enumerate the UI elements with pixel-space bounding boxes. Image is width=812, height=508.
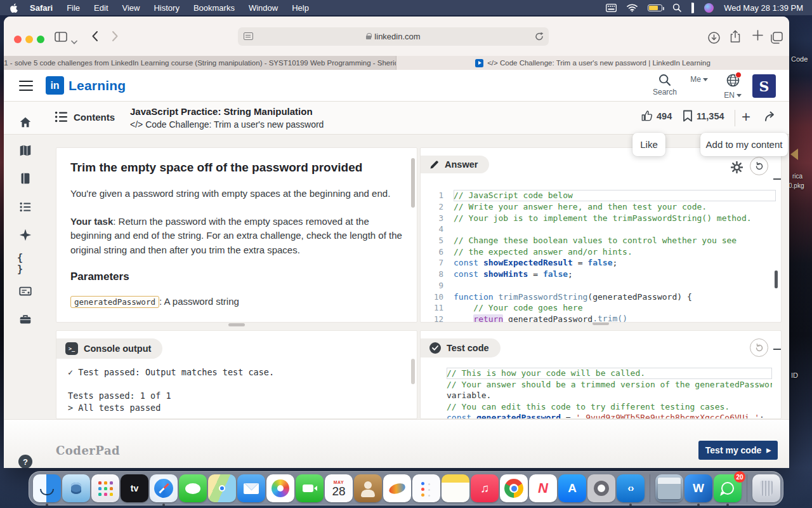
sidebar-briefcase-icon[interactable] (17, 311, 34, 328)
menu-item-view[interactable]: View (122, 3, 140, 13)
calendar-dock-icon[interactable]: MAY28 (325, 474, 353, 502)
news-dock-icon[interactable]: N (529, 474, 557, 502)
minimize-panel-icon[interactable] (773, 178, 781, 180)
code-line[interactable]: 8const showHints = false; (421, 269, 781, 280)
code-line[interactable]: 11 // Your code goes here (421, 302, 781, 314)
vscode-dock-icon[interactable]: ‹› (617, 474, 645, 502)
keyboard-icon[interactable] (606, 4, 617, 12)
launchpad-dock-icon[interactable] (91, 474, 119, 502)
code-line[interactable]: // This is how your code will be called. (447, 368, 777, 379)
code-line[interactable]: const generatedPassword = ' 9vud9z9WTb5R… (447, 412, 777, 419)
word-dock-icon[interactable]: W (684, 474, 712, 502)
sidebar-home-icon[interactable] (17, 114, 34, 131)
safari-dock-icon[interactable] (150, 474, 178, 502)
reload-icon[interactable] (535, 32, 544, 43)
whatsapp-dock-icon[interactable]: 20 (714, 474, 742, 502)
contacts-dock-icon[interactable] (354, 474, 382, 502)
sidebar-help-icon[interactable]: ? (17, 453, 34, 468)
test-code-editor[interactable]: // This is how your code will be called.… (447, 368, 777, 419)
like-button[interactable]: 494 (641, 110, 672, 122)
tab-linkedin-learning[interactable]: </> Code Challenge: Trim a user's new pa… (396, 56, 789, 70)
code-line[interactable]: 10function trimPasswordString(generatedP… (421, 291, 781, 302)
trash-dock-icon[interactable] (752, 474, 780, 502)
mail-dock-icon[interactable] (237, 474, 265, 502)
test-my-code-button[interactable]: Test my code▶ (698, 441, 778, 460)
spotlight-icon[interactable] (672, 3, 681, 12)
back-button[interactable] (91, 30, 98, 44)
new-tab-icon[interactable] (752, 30, 763, 43)
notes-dock-icon[interactable] (442, 474, 469, 502)
panel-resize-handle[interactable] (228, 323, 245, 326)
menu-item-history[interactable]: History (154, 3, 179, 13)
answer-code-editor[interactable]: 1// JavaScript code below2// Write your … (421, 190, 781, 323)
editor-settings-gear-icon[interactable] (731, 161, 743, 176)
share-course-button[interactable] (764, 110, 778, 123)
sidebar-ai-sparkle-icon[interactable] (17, 227, 34, 243)
scrollbar-thumb[interactable] (411, 359, 415, 384)
code-line[interactable]: 2// Write your answer here, and then tes… (421, 201, 781, 213)
console-output-tab[interactable]: >_ Console output (56, 338, 162, 359)
chrome-dock-icon[interactable] (500, 474, 528, 502)
address-bar[interactable]: linkedin.com (238, 27, 549, 46)
finder-dock-icon[interactable] (33, 474, 61, 502)
menu-item-window[interactable]: Window (249, 3, 278, 13)
code-line[interactable]: 12 return generatedPassword.trim() (421, 314, 781, 323)
window-thumb-dock-icon[interactable] (655, 474, 683, 502)
music-dock-icon[interactable]: ♫ (471, 474, 499, 502)
editor-scrollbar-thumb[interactable] (775, 271, 778, 288)
menu-item-bookmarks[interactable]: Bookmarks (193, 3, 235, 13)
code-line[interactable]: 3// Your job is to implement the trimPas… (421, 212, 781, 224)
forward-button[interactable] (112, 30, 119, 44)
search-button[interactable]: Search (648, 74, 681, 97)
code-line[interactable]: 7const showExpectedResult = false; (421, 257, 781, 269)
app-store-dock-icon[interactable]: A (558, 474, 586, 502)
sidebar-contents-list-icon[interactable] (17, 199, 34, 215)
menu-item-edit[interactable]: Edit (94, 3, 108, 13)
facetime-dock-icon[interactable] (296, 474, 324, 502)
menu-item-help[interactable]: Help (292, 3, 309, 13)
apple-tv-dock-icon[interactable]: tv (121, 474, 148, 502)
siri-icon[interactable] (704, 3, 714, 13)
wifi-icon[interactable] (627, 4, 638, 12)
code-line[interactable]: // You can edit this code to try differe… (447, 401, 777, 413)
tab-d2l-assignment[interactable]: D2L A1 - solve 5 code challenges from Li… (4, 56, 396, 70)
code-line[interactable]: // Your answer should be a trimmed versi… (447, 379, 777, 391)
contents-toggle-button[interactable]: Contents (55, 110, 115, 123)
code-line[interactable]: variable. (447, 390, 777, 401)
zoom-window-button[interactable] (37, 36, 44, 43)
sheridan-logo[interactable]: S (752, 74, 776, 98)
photos-dock-icon[interactable] (266, 474, 294, 502)
downloads-icon[interactable] (708, 32, 720, 46)
test-code-tab[interactable]: Test code (421, 338, 501, 358)
settings-dock-icon[interactable] (587, 474, 615, 502)
tab-overview-icon[interactable] (770, 32, 783, 46)
code-line[interactable]: 9 (421, 280, 781, 291)
maps-dock-icon[interactable] (208, 474, 236, 502)
code-line[interactable]: 4 (421, 224, 781, 235)
code-line[interactable]: 5// Change these boolean values to contr… (421, 235, 781, 246)
menu-item-file[interactable]: File (67, 3, 80, 13)
control-center-icon[interactable] (691, 3, 694, 13)
add-to-content-button[interactable]: + (742, 108, 750, 126)
share-icon[interactable] (730, 30, 740, 46)
freeform-dock-icon[interactable] (383, 474, 411, 502)
sidebar-library-icon[interactable] (17, 170, 34, 187)
answer-tab[interactable]: Answer (421, 156, 489, 173)
minimize-window-button[interactable] (25, 36, 33, 43)
url-text[interactable]: linkedin.com (374, 32, 420, 41)
hamburger-menu-icon[interactable] (19, 81, 33, 91)
sidebar-toggle-icon[interactable] (55, 32, 67, 44)
sidebar-certificate-icon[interactable] (17, 283, 34, 300)
code-line[interactable]: 6// the expected answer and/or hints. (421, 246, 781, 257)
linkedin-learning-logo[interactable]: in Learning (46, 76, 126, 95)
apple-menu-icon[interactable] (10, 3, 18, 13)
reset-test-code-button[interactable] (750, 338, 768, 357)
language-menu[interactable]: EN (718, 74, 747, 100)
battery-icon[interactable] (648, 4, 662, 11)
reset-code-button[interactable] (750, 157, 768, 175)
messages-dock-icon[interactable] (179, 474, 207, 502)
code-line[interactable]: 1// JavaScript code below (421, 190, 781, 201)
sidebar-map-icon[interactable] (17, 142, 34, 159)
close-window-button[interactable] (14, 36, 22, 43)
reminders-dock-icon[interactable] (412, 474, 440, 502)
